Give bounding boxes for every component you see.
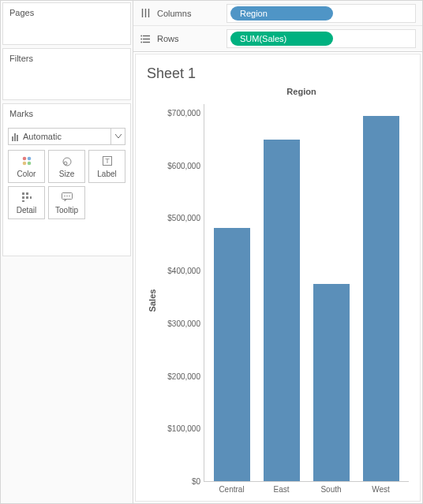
sidebar-spacer xyxy=(1,258,133,503)
marks-color-button[interactable]: Color xyxy=(8,150,45,183)
y-tick: $500,000 xyxy=(158,214,200,223)
marks-tooltip-label: Tooltip xyxy=(55,206,78,215)
color-icon xyxy=(21,155,32,167)
bars-area[interactable] xyxy=(204,104,409,482)
svg-point-25 xyxy=(140,38,142,39)
x-tick: East xyxy=(264,485,300,496)
label-icon: T xyxy=(102,155,113,167)
marks-type-value: Automatic xyxy=(23,132,62,141)
svg-rect-10 xyxy=(22,196,24,199)
svg-point-16 xyxy=(66,196,68,197)
y-tick: $300,000 xyxy=(158,319,200,329)
chevron-down-icon xyxy=(110,129,125,144)
svg-rect-12 xyxy=(30,196,32,199)
svg-point-0 xyxy=(22,157,26,161)
svg-rect-11 xyxy=(26,196,28,199)
y-tick: $700,000 xyxy=(158,109,200,118)
y-tick: $200,000 xyxy=(158,372,200,382)
left-sidebar: Pages Filters Marks Automatic xyxy=(1,1,133,503)
column-header: Region xyxy=(147,87,409,96)
bar-central[interactable] xyxy=(214,228,250,481)
x-tick: South xyxy=(313,485,350,496)
svg-point-15 xyxy=(64,196,66,197)
marks-tooltip-button[interactable]: Tooltip xyxy=(48,186,85,219)
shelves: Columns Region Rows SUM(Sales) xyxy=(133,1,422,52)
detail-icon xyxy=(21,191,32,203)
svg-point-17 xyxy=(69,196,70,197)
svg-rect-9 xyxy=(26,192,28,195)
bar-east[interactable] xyxy=(264,140,300,481)
marks-detail-label: Detail xyxy=(17,206,37,215)
y-axis-label-wrap: Sales xyxy=(147,104,158,496)
marks-detail-button[interactable]: Detail xyxy=(8,186,45,219)
tooltip-icon xyxy=(61,191,73,203)
pages-panel: Pages xyxy=(2,2,131,45)
size-icon xyxy=(61,155,73,167)
marks-label-button[interactable]: T Label xyxy=(88,150,125,183)
marks-panel: Marks Automatic Color xyxy=(2,103,131,256)
svg-text:T: T xyxy=(105,157,110,165)
marks-header: Marks xyxy=(3,104,130,123)
rows-pill-sales[interactable]: SUM(Sales) xyxy=(230,32,333,46)
pages-dropzone[interactable] xyxy=(3,22,130,44)
marks-dropzone[interactable] xyxy=(8,219,125,251)
svg-point-26 xyxy=(140,41,142,43)
rows-pill-area[interactable]: SUM(Sales) xyxy=(226,29,416,48)
rows-shelf[interactable]: Rows SUM(Sales) xyxy=(133,26,422,51)
y-tick: $0 xyxy=(158,477,200,487)
columns-label: Columns xyxy=(157,9,220,18)
columns-icon xyxy=(140,8,151,19)
svg-point-2 xyxy=(22,162,26,166)
marks-size-label: Size xyxy=(59,170,74,178)
bars-wrap: Central East South West xyxy=(204,104,409,496)
x-axis-ticks: Central East South West xyxy=(204,482,409,496)
marks-grid: Color Size T Label xyxy=(8,150,125,219)
y-tick: $400,000 xyxy=(158,267,200,276)
filters-panel: Filters xyxy=(2,48,131,100)
svg-rect-8 xyxy=(22,192,24,195)
marks-size-button[interactable]: Size xyxy=(48,150,85,183)
marks-type-select[interactable]: Automatic xyxy=(8,128,125,145)
sheet-title[interactable]: Sheet 1 xyxy=(147,65,409,82)
marks-label-label: Label xyxy=(97,170,116,178)
y-tick: $100,000 xyxy=(158,424,200,434)
rows-icon xyxy=(140,33,151,44)
bar-chart-icon xyxy=(12,133,18,141)
svg-rect-13 xyxy=(22,200,24,202)
svg-point-1 xyxy=(27,157,31,161)
bar-west[interactable] xyxy=(363,116,399,481)
svg-point-24 xyxy=(140,35,142,36)
viz-canvas: Sheet 1 Region Sales $700,000 $600,000 $… xyxy=(135,54,421,502)
filters-dropzone[interactable] xyxy=(3,68,130,99)
x-tick: Central xyxy=(214,485,250,496)
rows-label: Rows xyxy=(157,34,220,43)
columns-pill-area[interactable]: Region xyxy=(226,4,416,23)
plot-area: Sales $700,000 $600,000 $500,000 $400,00… xyxy=(147,104,409,496)
svg-point-3 xyxy=(27,162,31,166)
y-axis-ticks: $700,000 $600,000 $500,000 $400,000 $300… xyxy=(158,104,204,496)
app-root: Pages Filters Marks Automatic xyxy=(0,0,423,504)
columns-pill-region[interactable]: Region xyxy=(230,6,333,21)
filters-header: Filters xyxy=(3,49,130,68)
bar-south[interactable] xyxy=(313,284,350,481)
columns-shelf[interactable]: Columns Region xyxy=(133,1,422,26)
x-tick: West xyxy=(363,485,399,496)
pages-header: Pages xyxy=(3,3,130,22)
marks-color-label: Color xyxy=(17,170,36,178)
svg-point-5 xyxy=(64,162,67,165)
main-area: Columns Region Rows SUM(Sales) Sheet 1 R… xyxy=(133,1,422,503)
y-tick: $600,000 xyxy=(158,162,200,171)
y-axis-label: Sales xyxy=(148,289,157,312)
